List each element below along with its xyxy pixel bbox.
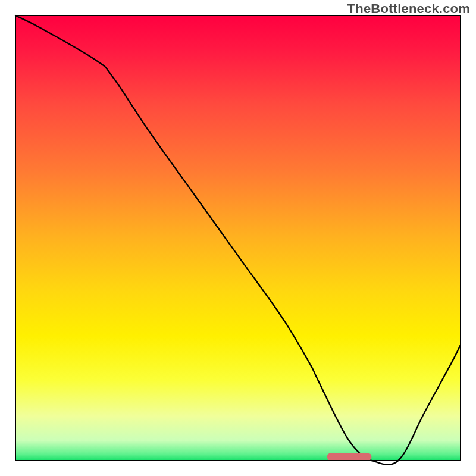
bottleneck-chart <box>0 0 476 476</box>
chart-background <box>15 15 461 461</box>
attribution-label: TheBottleneck.com <box>347 1 470 17</box>
chart-container: TheBottleneck.com <box>0 0 476 476</box>
optimal-range-marker <box>327 453 372 461</box>
